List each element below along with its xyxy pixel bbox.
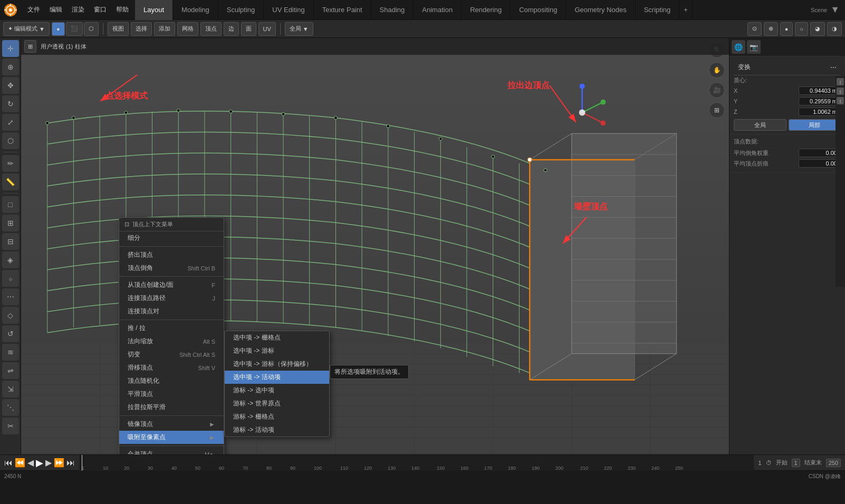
playback-prev[interactable]: ⏪ xyxy=(15,458,25,468)
uv-menu[interactable]: UV xyxy=(258,22,276,36)
snap-sel-to-active[interactable]: 选中项 -> 活动项 xyxy=(225,371,329,384)
ctx-extrude-vertex[interactable]: 挤出顶点 xyxy=(119,248,224,261)
ctx-push-pull[interactable]: 推 / 拉 xyxy=(119,322,224,335)
tab-sculpting[interactable]: Sculpting xyxy=(218,0,264,20)
playback-next[interactable]: ⏩ xyxy=(54,458,64,468)
face-menu[interactable]: 面 xyxy=(241,22,256,36)
strip-btn-1[interactable]: | xyxy=(837,78,844,85)
playback-next-frame[interactable]: ▶ xyxy=(45,458,52,468)
ctx-shrink[interactable]: 法向缩放 Alt S xyxy=(119,335,224,348)
ctx-snap[interactable]: 吸附至像素点 ► xyxy=(119,431,224,444)
select-menu[interactable]: 选择 xyxy=(131,22,152,36)
tab-uv-editing[interactable]: UV Editing xyxy=(264,0,313,20)
strip-btn-2[interactable]: | xyxy=(837,88,844,95)
tool-bevel[interactable]: ◈ xyxy=(2,251,19,268)
app-logo[interactable] xyxy=(0,0,21,20)
tool-transform[interactable]: ⬡ xyxy=(2,132,19,149)
ctx-connect-pair[interactable]: 连接顶点对 xyxy=(119,305,224,318)
global-btn[interactable]: 全局 xyxy=(734,119,786,131)
tool-shear[interactable]: ⋱ xyxy=(2,399,19,416)
ctx-randomize[interactable]: 顶点随机化 xyxy=(119,374,224,387)
tool-inset[interactable]: ⊟ xyxy=(2,233,19,250)
ctx-mirror[interactable]: 镜像顶点 ► xyxy=(119,418,224,431)
vertex-select-btn[interactable]: ● xyxy=(52,22,65,36)
tool-knife[interactable]: ⋯ xyxy=(2,288,19,305)
tool-measure[interactable]: 📏 xyxy=(2,173,19,190)
local-btn[interactable]: 局部 xyxy=(789,119,841,131)
tool-spin[interactable]: ↺ xyxy=(2,325,19,342)
viewport-shading-material[interactable]: ◕ xyxy=(810,22,825,36)
ctx-bevel-vertex[interactable]: 顶点倒角 Shift Ctrl B xyxy=(119,261,224,275)
ctx-connect-path[interactable]: 连接顶点路径 J xyxy=(119,292,224,305)
menu-window[interactable]: 窗口 xyxy=(90,4,111,16)
tool-poly-build[interactable]: ◇ xyxy=(2,307,19,324)
snap-cursor-to-grid[interactable]: 游标 -> 栅格点 xyxy=(225,410,329,423)
playback-beginning[interactable]: ⏮ xyxy=(4,458,13,468)
tab-scripting[interactable]: Scripting xyxy=(636,0,680,20)
tab-shading[interactable]: Shading xyxy=(371,0,414,20)
snap-cursor-to-active[interactable]: 游标 -> 活动项 xyxy=(225,423,329,437)
ctx-slide[interactable]: 滑移顶点 Shift V xyxy=(119,361,224,374)
tab-compositing[interactable]: Compositing xyxy=(511,0,566,20)
playback-play[interactable]: ▶ xyxy=(36,457,43,469)
snap-sel-to-cursor[interactable]: 选中项 -> 游标 xyxy=(225,344,329,357)
y-value[interactable]: 0.29559 m xyxy=(799,97,841,105)
timeline-strip[interactable]: 1 10 20 30 40 50 60 70 80 90 100 110 120… xyxy=(79,455,754,471)
menu-file[interactable]: 文件 xyxy=(23,4,44,16)
tab-layout[interactable]: Layout xyxy=(135,0,173,20)
prop-scene-icon[interactable]: 🌐 xyxy=(732,40,745,54)
face-select-btn[interactable]: ⬡ xyxy=(84,22,99,36)
viewport-shading-render[interactable]: ◑ xyxy=(827,22,842,36)
playback-end[interactable]: ⏭ xyxy=(66,458,75,468)
tab-rendering[interactable]: Rendering xyxy=(462,0,511,20)
snap-cursor-to-sel[interactable]: 游标 -> 选中项 xyxy=(225,384,329,397)
overlay-btn[interactable]: ⊙ xyxy=(747,22,762,36)
tool-cursor[interactable]: ⊕ xyxy=(2,59,19,75)
strip-btn-3[interactable]: | xyxy=(837,97,844,104)
view-menu[interactable]: 视图 xyxy=(108,22,129,36)
mean-crease-value[interactable]: 0.00 xyxy=(799,159,841,168)
tool-rip[interactable]: ✂ xyxy=(2,418,19,434)
start-frame-input[interactable]: 1 xyxy=(792,459,800,467)
tab-animation[interactable]: Animation xyxy=(414,0,462,20)
nav-camera[interactable]: 🎥 xyxy=(709,82,725,98)
ctx-smooth[interactable]: 平滑顶点 xyxy=(119,387,224,401)
viewport-shading-solid[interactable]: ● xyxy=(780,22,793,36)
tab-add[interactable]: + xyxy=(679,0,693,20)
menu-render[interactable]: 渲染 xyxy=(68,4,89,16)
vertex-menu[interactable]: 顶点 xyxy=(200,22,222,36)
ctx-subdivide[interactable]: 细分 xyxy=(119,231,224,245)
tool-extrude[interactable]: ⊞ xyxy=(2,215,19,231)
nav-pan[interactable]: ✋ xyxy=(709,62,725,78)
menu-help[interactable]: 帮助 xyxy=(112,4,133,16)
menu-edit[interactable]: 编辑 xyxy=(45,4,66,16)
gizmo-btn[interactable]: ⊕ xyxy=(764,22,778,36)
add-menu[interactable]: 添加 xyxy=(154,22,175,36)
snap-sel-to-cursor-offset[interactable]: 选中项 -> 游标（保持偏移） xyxy=(225,357,329,371)
ctx-shear[interactable]: 切变 Shift Ctrl Alt S xyxy=(119,348,224,361)
tool-rotate[interactable]: ↻ xyxy=(2,95,19,112)
snap-sel-to-grid[interactable]: 选中项 -> 栅格点 xyxy=(225,331,329,344)
tool-move[interactable]: ✥ xyxy=(2,77,19,94)
tab-texture-paint[interactable]: Texture Paint xyxy=(314,0,371,20)
mean-bevel-value[interactable]: 0.00 xyxy=(799,149,841,157)
x-value[interactable]: 0.94403 m xyxy=(799,86,841,95)
z-value[interactable]: 1.0062 m xyxy=(799,108,841,116)
viewport-menu-btn[interactable]: ⊞ xyxy=(24,40,36,53)
ctx-laplacian[interactable]: 拉普拉斯平滑 xyxy=(119,401,224,414)
tool-scale[interactable]: ⤢ xyxy=(2,114,19,131)
edge-menu[interactable]: 边 xyxy=(224,22,239,36)
ctx-edge-from-vertex[interactable]: 从顶点创建边/面 F xyxy=(119,278,224,292)
snap-cursor-to-world[interactable]: 游标 -> 世界原点 xyxy=(225,397,329,410)
tool-annotate[interactable]: ✏ xyxy=(2,155,19,172)
tool-loop-cut[interactable]: ⬦ xyxy=(2,270,19,287)
mesh-menu[interactable]: 网格 xyxy=(177,22,198,36)
prop-camera-icon[interactable]: 📷 xyxy=(747,40,761,54)
playback-prev-frame[interactable]: ◀ xyxy=(27,458,34,468)
edge-select-btn[interactable]: ⬛ xyxy=(66,22,83,36)
ctx-merge[interactable]: 合并顶点 M► xyxy=(119,448,224,454)
tool-edge-slide[interactable]: ⇌ xyxy=(2,362,19,379)
tool-select[interactable]: ✛ xyxy=(2,40,19,57)
global-selector[interactable]: 全局 ▼ xyxy=(285,22,313,36)
tab-modeling[interactable]: Modeling xyxy=(173,0,218,20)
